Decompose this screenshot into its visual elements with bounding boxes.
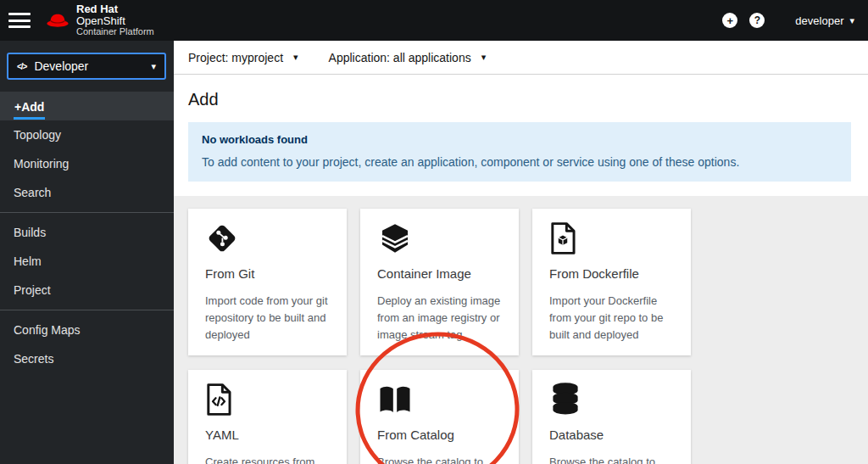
masthead: Red Hat OpenShift Container Platform + ?…: [0, 0, 868, 41]
container-image-icon: [377, 221, 413, 255]
brand-logo: Red Hat OpenShift Container Platform: [46, 3, 154, 37]
card-from-git[interactable]: From Git Import code from your git repos…: [188, 209, 347, 355]
plus-circle-icon[interactable]: +: [722, 13, 737, 28]
card-description: Import code from your git repository to …: [205, 293, 330, 344]
perspective-switcher[interactable]: </> Developer ▾: [7, 53, 166, 80]
sidebar-item-search[interactable]: Search: [0, 178, 174, 207]
card-description: Deploy an existing image from an image r…: [377, 293, 502, 344]
catalog-icon: [377, 384, 413, 415]
sidebar-item-project[interactable]: Project: [0, 276, 174, 305]
card-description: Create resources from their YAML or JSON…: [205, 454, 330, 464]
cards-grid: From Git Import code from your git repos…: [188, 209, 868, 464]
sidebar-divider: [0, 310, 174, 310]
hamburger-icon[interactable]: [8, 12, 31, 29]
chevron-down-icon: ▾: [293, 53, 298, 62]
card-title: From Dockerfile: [549, 266, 674, 281]
perspective-label: Developer: [34, 59, 151, 73]
redhat-fedora-icon: [46, 13, 70, 29]
chevron-down-icon: ▾: [849, 16, 854, 25]
card-title: Database: [549, 428, 674, 442]
card-title: From Catalog: [377, 428, 502, 442]
brand-line3: Container Platform: [76, 27, 154, 37]
user-name: developer: [795, 14, 843, 27]
page-title: Add: [188, 90, 851, 109]
card-from-catalog[interactable]: From Catalog Browse the catalog to disco…: [360, 370, 519, 464]
card-container-image[interactable]: Container Image Deploy an existing image…: [360, 209, 519, 355]
chevron-down-icon: ▾: [151, 62, 156, 71]
git-icon: [205, 221, 239, 255]
card-title: From Git: [205, 266, 330, 281]
sidebar-item-config-maps[interactable]: Config Maps: [0, 316, 174, 344]
card-from-dockerfile[interactable]: From Dockerfile Import your Dockerfile f…: [532, 209, 691, 355]
project-dropdown[interactable]: Project: myproject ▾: [188, 51, 298, 64]
info-alert: No workloads found To add content to you…: [188, 122, 851, 182]
database-icon: [549, 382, 581, 417]
brand-line1: Red Hat: [76, 3, 154, 15]
sidebar-divider: [0, 212, 174, 213]
sidebar-item-topology[interactable]: Topology: [0, 120, 174, 149]
user-menu[interactable]: developer ▾: [795, 14, 854, 27]
sidebar-item-monitoring[interactable]: Monitoring: [0, 149, 174, 178]
card-title: Container Image: [377, 266, 502, 281]
card-title: YAML: [205, 428, 330, 442]
card-database[interactable]: Database Browse the catalog to discover …: [532, 370, 691, 464]
page-header: Add No workloads found To add content to…: [174, 75, 868, 196]
context-bar: Project: myproject ▾ Application: all ap…: [174, 41, 868, 75]
alert-title: No workloads found: [202, 133, 837, 146]
application-dropdown-label: Application: all applications: [329, 51, 471, 64]
chevron-down-icon: ▾: [481, 53, 487, 62]
card-description: Browse the catalog to discover, deploy a…: [377, 454, 502, 464]
help-circle-icon[interactable]: ?: [749, 13, 765, 28]
card-description: Browse the catalog to discover database …: [549, 454, 674, 464]
sidebar-item-add[interactable]: +Add: [0, 92, 174, 120]
sidebar: </> Developer ▾ +Add Topology Monitoring…: [0, 41, 174, 464]
sidebar-item-builds[interactable]: Builds: [0, 218, 174, 247]
card-description: Import your Dockerfile from your git rep…: [549, 293, 674, 344]
yaml-icon: [205, 383, 232, 416]
sidebar-item-helm[interactable]: Helm: [0, 247, 174, 276]
brand-line2: OpenShift: [76, 15, 154, 27]
add-options-section: From Git Import code from your git repos…: [174, 196, 868, 464]
project-dropdown-label: Project: myproject: [188, 51, 283, 64]
dockerfile-icon: [549, 221, 576, 255]
code-icon: </>: [17, 62, 26, 71]
alert-description: To add content to your project, create a…: [202, 155, 837, 169]
application-dropdown[interactable]: Application: all applications ▾: [329, 51, 487, 64]
sidebar-item-label: +Add: [14, 98, 45, 120]
card-yaml[interactable]: YAML Create resources from their YAML or…: [188, 370, 347, 464]
sidebar-item-secrets[interactable]: Secrets: [0, 344, 174, 373]
